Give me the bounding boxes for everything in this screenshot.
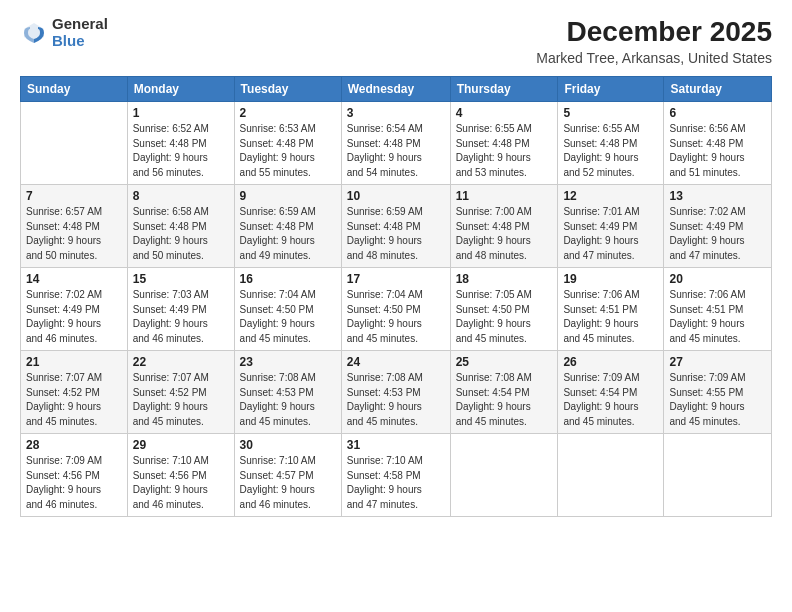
calendar-week-row: 28Sunrise: 7:09 AMSunset: 4:56 PMDayligh… [21,434,772,517]
logo-blue-text: Blue [52,33,108,50]
day-info: Sunrise: 7:01 AMSunset: 4:49 PMDaylight:… [563,205,658,263]
page: General Blue December 2025 Marked Tree, … [0,0,792,612]
calendar-subtitle: Marked Tree, Arkansas, United States [536,50,772,66]
day-info: Sunrise: 6:59 AMSunset: 4:48 PMDaylight:… [347,205,445,263]
table-row: 24Sunrise: 7:08 AMSunset: 4:53 PMDayligh… [341,351,450,434]
table-row: 1Sunrise: 6:52 AMSunset: 4:48 PMDaylight… [127,102,234,185]
header-thursday: Thursday [450,77,558,102]
day-number: 30 [240,438,336,452]
header-sunday: Sunday [21,77,128,102]
header-saturday: Saturday [664,77,772,102]
table-row [558,434,664,517]
title-block: December 2025 Marked Tree, Arkansas, Uni… [536,16,772,66]
day-number: 28 [26,438,122,452]
day-number: 21 [26,355,122,369]
calendar-week-row: 21Sunrise: 7:07 AMSunset: 4:52 PMDayligh… [21,351,772,434]
day-number: 26 [563,355,658,369]
day-number: 10 [347,189,445,203]
day-info: Sunrise: 7:09 AMSunset: 4:56 PMDaylight:… [26,454,122,512]
day-info: Sunrise: 7:00 AMSunset: 4:48 PMDaylight:… [456,205,553,263]
table-row [450,434,558,517]
day-info: Sunrise: 6:55 AMSunset: 4:48 PMDaylight:… [456,122,553,180]
table-row: 4Sunrise: 6:55 AMSunset: 4:48 PMDaylight… [450,102,558,185]
day-number: 15 [133,272,229,286]
table-row: 3Sunrise: 6:54 AMSunset: 4:48 PMDaylight… [341,102,450,185]
table-row: 9Sunrise: 6:59 AMSunset: 4:48 PMDaylight… [234,185,341,268]
day-number: 25 [456,355,553,369]
day-info: Sunrise: 6:59 AMSunset: 4:48 PMDaylight:… [240,205,336,263]
logo: General Blue [20,16,108,49]
table-row [21,102,128,185]
table-row: 19Sunrise: 7:06 AMSunset: 4:51 PMDayligh… [558,268,664,351]
table-row: 11Sunrise: 7:00 AMSunset: 4:48 PMDayligh… [450,185,558,268]
day-number: 29 [133,438,229,452]
header-tuesday: Tuesday [234,77,341,102]
table-row: 17Sunrise: 7:04 AMSunset: 4:50 PMDayligh… [341,268,450,351]
day-info: Sunrise: 7:06 AMSunset: 4:51 PMDaylight:… [563,288,658,346]
table-row: 25Sunrise: 7:08 AMSunset: 4:54 PMDayligh… [450,351,558,434]
day-number: 11 [456,189,553,203]
header-wednesday: Wednesday [341,77,450,102]
day-info: Sunrise: 7:08 AMSunset: 4:53 PMDaylight:… [240,371,336,429]
calendar-title: December 2025 [536,16,772,48]
calendar-week-row: 1Sunrise: 6:52 AMSunset: 4:48 PMDaylight… [21,102,772,185]
day-info: Sunrise: 6:56 AMSunset: 4:48 PMDaylight:… [669,122,766,180]
header-friday: Friday [558,77,664,102]
day-number: 13 [669,189,766,203]
day-info: Sunrise: 7:10 AMSunset: 4:57 PMDaylight:… [240,454,336,512]
table-row: 13Sunrise: 7:02 AMSunset: 4:49 PMDayligh… [664,185,772,268]
day-number: 1 [133,106,229,120]
day-info: Sunrise: 6:53 AMSunset: 4:48 PMDaylight:… [240,122,336,180]
day-info: Sunrise: 6:52 AMSunset: 4:48 PMDaylight:… [133,122,229,180]
day-info: Sunrise: 7:08 AMSunset: 4:53 PMDaylight:… [347,371,445,429]
logo-general-text: General [52,16,108,33]
day-number: 22 [133,355,229,369]
day-number: 14 [26,272,122,286]
table-row: 14Sunrise: 7:02 AMSunset: 4:49 PMDayligh… [21,268,128,351]
day-number: 5 [563,106,658,120]
day-info: Sunrise: 7:08 AMSunset: 4:54 PMDaylight:… [456,371,553,429]
day-info: Sunrise: 7:07 AMSunset: 4:52 PMDaylight:… [26,371,122,429]
day-info: Sunrise: 6:55 AMSunset: 4:48 PMDaylight:… [563,122,658,180]
day-info: Sunrise: 7:02 AMSunset: 4:49 PMDaylight:… [26,288,122,346]
calendar-header-row: Sunday Monday Tuesday Wednesday Thursday… [21,77,772,102]
day-number: 3 [347,106,445,120]
table-row: 8Sunrise: 6:58 AMSunset: 4:48 PMDaylight… [127,185,234,268]
day-info: Sunrise: 7:10 AMSunset: 4:56 PMDaylight:… [133,454,229,512]
table-row: 30Sunrise: 7:10 AMSunset: 4:57 PMDayligh… [234,434,341,517]
logo-icon [20,19,48,47]
day-info: Sunrise: 7:10 AMSunset: 4:58 PMDaylight:… [347,454,445,512]
table-row: 15Sunrise: 7:03 AMSunset: 4:49 PMDayligh… [127,268,234,351]
day-info: Sunrise: 6:54 AMSunset: 4:48 PMDaylight:… [347,122,445,180]
day-number: 19 [563,272,658,286]
day-number: 23 [240,355,336,369]
calendar-week-row: 7Sunrise: 6:57 AMSunset: 4:48 PMDaylight… [21,185,772,268]
table-row: 6Sunrise: 6:56 AMSunset: 4:48 PMDaylight… [664,102,772,185]
day-number: 6 [669,106,766,120]
table-row: 31Sunrise: 7:10 AMSunset: 4:58 PMDayligh… [341,434,450,517]
day-number: 8 [133,189,229,203]
table-row: 7Sunrise: 6:57 AMSunset: 4:48 PMDaylight… [21,185,128,268]
day-info: Sunrise: 7:09 AMSunset: 4:55 PMDaylight:… [669,371,766,429]
table-row: 10Sunrise: 6:59 AMSunset: 4:48 PMDayligh… [341,185,450,268]
calendar-week-row: 14Sunrise: 7:02 AMSunset: 4:49 PMDayligh… [21,268,772,351]
day-number: 17 [347,272,445,286]
day-number: 16 [240,272,336,286]
header-monday: Monday [127,77,234,102]
day-number: 9 [240,189,336,203]
table-row: 12Sunrise: 7:01 AMSunset: 4:49 PMDayligh… [558,185,664,268]
calendar-table: Sunday Monday Tuesday Wednesday Thursday… [20,76,772,517]
table-row: 16Sunrise: 7:04 AMSunset: 4:50 PMDayligh… [234,268,341,351]
day-number: 27 [669,355,766,369]
table-row: 2Sunrise: 6:53 AMSunset: 4:48 PMDaylight… [234,102,341,185]
header: General Blue December 2025 Marked Tree, … [20,16,772,66]
table-row: 20Sunrise: 7:06 AMSunset: 4:51 PMDayligh… [664,268,772,351]
table-row: 23Sunrise: 7:08 AMSunset: 4:53 PMDayligh… [234,351,341,434]
day-info: Sunrise: 6:58 AMSunset: 4:48 PMDaylight:… [133,205,229,263]
day-info: Sunrise: 7:04 AMSunset: 4:50 PMDaylight:… [347,288,445,346]
table-row: 27Sunrise: 7:09 AMSunset: 4:55 PMDayligh… [664,351,772,434]
day-number: 7 [26,189,122,203]
day-number: 31 [347,438,445,452]
day-number: 20 [669,272,766,286]
day-info: Sunrise: 7:02 AMSunset: 4:49 PMDaylight:… [669,205,766,263]
